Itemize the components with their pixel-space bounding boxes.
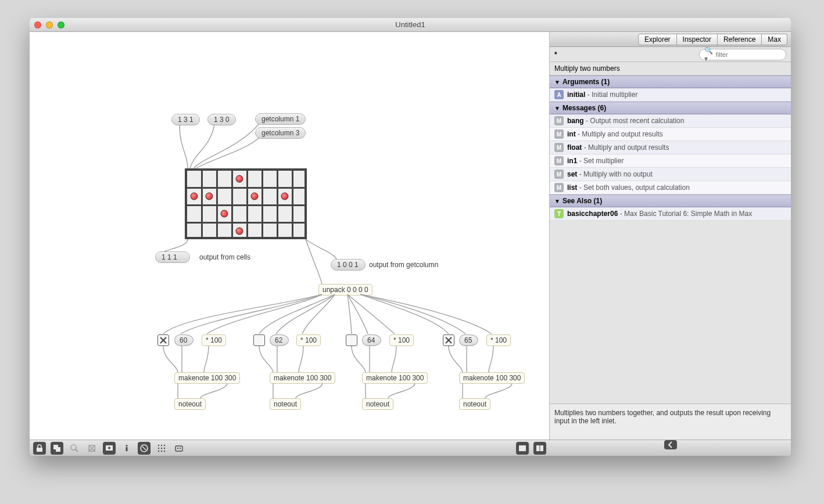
number-voice-1[interactable]: 60	[174, 334, 194, 346]
svg-point-24	[177, 447, 178, 448]
reference-row[interactable]: M in1 - Set multiplier	[550, 154, 791, 168]
toggle-voice-3[interactable]	[346, 334, 357, 346]
cell-dot[interactable]	[236, 175, 243, 183]
filter-input[interactable]	[716, 51, 781, 58]
presentation-icon[interactable]	[103, 442, 116, 455]
label-output-cells: output from cells	[199, 253, 250, 261]
reference-row[interactable]: M bang - Output most recent calculation	[550, 114, 791, 128]
zoomin-icon	[68, 442, 81, 455]
object-mul-4[interactable]: * 100	[486, 334, 511, 346]
svg-rect-27	[536, 445, 540, 451]
svg-rect-28	[540, 445, 544, 451]
svg-line-4	[76, 449, 78, 452]
toggle-voice-2[interactable]	[253, 334, 265, 346]
object-unpack[interactable]: unpack 0 0 0 0	[318, 284, 372, 296]
forward-icon[interactable]	[664, 454, 677, 456]
object-makenote-1[interactable]: makenote 100 300	[174, 372, 240, 384]
tab-inspector[interactable]: Inspector	[677, 34, 718, 45]
tab-reference[interactable]: Reference	[718, 34, 762, 45]
object-mul-3[interactable]: * 100	[389, 334, 414, 346]
badge-icon: M	[554, 156, 564, 165]
object-noteout-3[interactable]: noteout	[362, 398, 393, 410]
badge-icon: M	[554, 183, 564, 192]
object-noteout-1[interactable]: noteout	[174, 398, 206, 410]
single-view-icon[interactable]	[516, 442, 529, 455]
badge-icon: M	[554, 170, 564, 179]
object-mul-1[interactable]: * 100	[202, 334, 226, 346]
object-makenote-4[interactable]: makenote 100 300	[459, 372, 525, 384]
svg-line-13	[142, 447, 146, 450]
label-output-getcolumn: output from getcolumn	[369, 261, 438, 269]
reference-row[interactable]: M list - Set both values, output calcula…	[550, 181, 791, 195]
cell-dot[interactable]	[281, 193, 289, 200]
message-131[interactable]: 1 3 1	[171, 114, 200, 125]
minimize-icon[interactable]	[46, 21, 53, 28]
svg-point-18	[161, 447, 162, 448]
section-seealso[interactable]: ▼See Also (1)	[550, 195, 791, 207]
svg-rect-26	[519, 445, 526, 451]
lock-icon[interactable]	[33, 442, 46, 455]
zoom-icon[interactable]	[58, 21, 65, 28]
grid-icon[interactable]	[155, 442, 168, 455]
message-getcolumn3[interactable]: getcolumn 3	[255, 127, 306, 139]
tab-max[interactable]: Max	[762, 34, 787, 45]
patcher-toolbar	[30, 440, 550, 456]
object-makenote-2[interactable]: makenote 100 300	[270, 372, 335, 384]
patcher-canvas[interactable]: 1 3 1 1 3 0 getcolumn 1 getcolumn 3	[30, 32, 550, 440]
tab-explorer[interactable]: Explorer	[638, 34, 677, 45]
number-voice-2[interactable]: 62	[270, 334, 289, 346]
svg-rect-23	[175, 446, 182, 451]
cell-dot[interactable]	[191, 193, 198, 200]
sidebar: Explorer Inspector Reference Max * 🔍▾ Mu…	[550, 32, 791, 456]
object-noteout-2[interactable]: noteout	[270, 398, 301, 410]
section-messages[interactable]: ▼Messages (6)	[550, 102, 791, 114]
reference-row[interactable]: M set - Multiply with no output	[550, 168, 791, 181]
cell-dot[interactable]	[236, 228, 243, 235]
cellblock[interactable]	[185, 168, 307, 239]
message-130[interactable]: 1 3 0	[207, 114, 236, 125]
back-icon[interactable]	[664, 440, 677, 449]
badge-icon: A	[554, 90, 564, 99]
number-voice-4[interactable]: 65	[459, 334, 478, 346]
info-icon[interactable]	[120, 442, 133, 455]
reference-row[interactable]: M int - Multiply and output results	[550, 128, 791, 141]
object-makenote-3[interactable]: makenote 100 300	[362, 372, 428, 384]
object-noteout-4[interactable]: noteout	[459, 398, 490, 410]
svg-point-22	[164, 450, 165, 451]
object-mul-2[interactable]: * 100	[296, 334, 321, 346]
cell-dot[interactable]	[251, 193, 259, 200]
svg-rect-10	[126, 447, 128, 451]
message-getcolumn1[interactable]: getcolumn 1	[255, 113, 306, 125]
svg-point-25	[180, 447, 181, 448]
svg-point-16	[164, 444, 165, 445]
window-title: Untitled1	[65, 20, 756, 29]
message-getcolumn-out[interactable]: 1 0 0 1	[331, 259, 366, 271]
app-window: Untitled1 1 3 1 1 3 0 getcolumn 1 getcol…	[30, 18, 791, 456]
message-cells-out[interactable]: 1 1 1	[155, 251, 190, 263]
toggle-voice-4[interactable]	[443, 334, 454, 346]
reference-body[interactable]: ▼Arguments (1) A initial - Initial multi…	[550, 75, 791, 404]
dsp-icon[interactable]	[138, 442, 151, 455]
number-voice-3[interactable]: 64	[362, 334, 381, 346]
cell-dot[interactable]	[206, 193, 213, 200]
cell-dot[interactable]	[221, 210, 228, 218]
badge-icon: M	[554, 116, 564, 125]
svg-point-19	[164, 447, 165, 448]
split-view-icon[interactable]	[533, 442, 546, 455]
reference-row[interactable]: A initial - Initial multiplier	[550, 88, 791, 102]
badge-icon: M	[554, 143, 564, 152]
svg-point-15	[161, 444, 162, 445]
newview-icon[interactable]	[51, 442, 63, 455]
section-arguments[interactable]: ▼Arguments (1)	[550, 75, 791, 88]
sidebar-tabs: Explorer Inspector Reference Max	[550, 32, 791, 47]
search-icon: 🔍▾	[704, 46, 715, 63]
scheduler-icon[interactable]	[173, 442, 185, 455]
svg-point-17	[158, 447, 159, 448]
badge-icon: T	[554, 209, 564, 218]
close-icon[interactable]	[34, 21, 41, 28]
toggle-voice-1[interactable]	[157, 334, 169, 346]
svg-point-14	[158, 444, 159, 445]
filter-search[interactable]: 🔍▾	[699, 49, 786, 60]
reference-row[interactable]: M float - Multiply and output results	[550, 141, 791, 154]
reference-row[interactable]: T basicchapter06 - Max Basic Tutorial 6:…	[550, 207, 791, 221]
